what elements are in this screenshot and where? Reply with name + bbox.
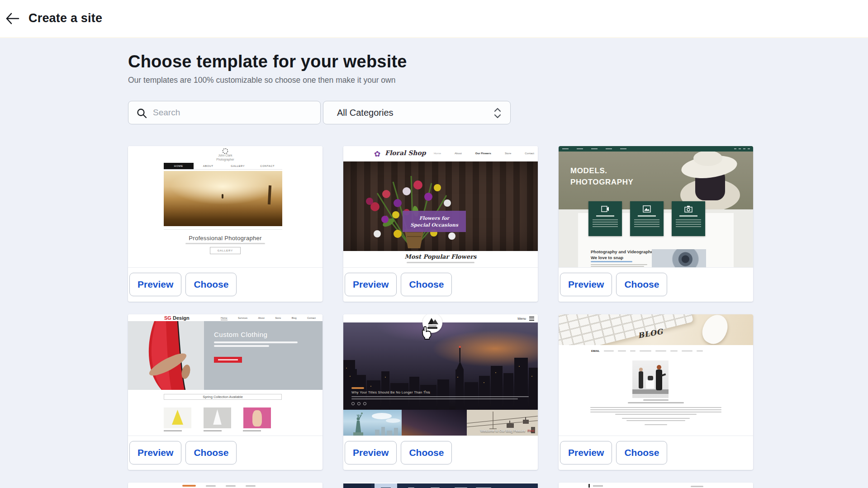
template-thumbnail-photographer[interactable]: John Clark Photographer HOMEABOUTGALLERY… xyxy=(128,146,323,267)
template-card-partial-1 xyxy=(128,483,323,488)
mini-red-button xyxy=(214,357,242,363)
hamburger-menu-icon xyxy=(529,317,534,322)
carousel-dots xyxy=(351,402,366,405)
keyboard-hero: BLOG xyxy=(559,314,753,345)
keyboard-illustration xyxy=(559,314,693,345)
mini-nav: EMAIL xyxy=(591,350,706,352)
page-subtitle: Our templates are 100% customizable so c… xyxy=(128,76,395,85)
template-card-blog: BLOG EMAIL xyxy=(559,314,753,470)
hero-banner: Flowers for Special Occasions xyxy=(403,211,466,232)
choose-button[interactable]: Choose xyxy=(185,441,237,464)
chevron-up-down-icon xyxy=(493,107,502,121)
template-card-travel: Menu xyxy=(343,314,538,470)
mini-nav xyxy=(559,146,753,152)
sepia-field-photo xyxy=(164,171,282,226)
feature-cards xyxy=(588,201,705,236)
camera-icon xyxy=(684,205,693,213)
preview-button[interactable]: Preview xyxy=(129,441,181,464)
preview-button[interactable]: Preview xyxy=(345,273,397,296)
search-box xyxy=(128,101,321,124)
template-thumbnail-partial-3[interactable]: KDC xyxy=(559,483,753,488)
mini-nav: HOMEABOUTGALLERYCONTACT xyxy=(164,163,282,170)
back-arrow-icon xyxy=(5,20,21,27)
models-hero: MODELS. PHOTOGRAPHY xyxy=(559,152,753,209)
salon-photo xyxy=(632,360,669,398)
template-thumbnail-blog[interactable]: BLOG EMAIL xyxy=(559,314,753,436)
template-card-partial-2 xyxy=(343,483,538,488)
app-header: Create a site xyxy=(0,0,868,38)
night-sky-thumb xyxy=(402,410,467,436)
choose-button[interactable]: Choose xyxy=(616,441,667,464)
image-icon xyxy=(643,205,651,213)
category-select[interactable]: All Categories xyxy=(323,101,511,124)
template-card-floral: ✿ Floral Shop HomeAboutOur FlowersStoreC… xyxy=(343,146,538,302)
mouse-pointer-cursor-icon xyxy=(420,326,432,341)
mini-nav: HomeServicesAboutStoreBlogContact xyxy=(221,317,316,320)
template-thumbnail-floral[interactable]: ✿ Floral Shop HomeAboutOur FlowersStoreC… xyxy=(343,146,538,267)
mini-nav xyxy=(182,485,256,487)
page-title: Choose template for your website xyxy=(128,52,407,71)
category-selected-value: All Categories xyxy=(337,108,394,118)
back-button[interactable] xyxy=(3,11,23,27)
preview-button[interactable]: Preview xyxy=(129,273,181,296)
video-icon xyxy=(601,205,609,213)
statue-of-liberty-thumb xyxy=(343,410,402,436)
template-card-photographer: John Clark Photographer HOMEABOUTGALLERY… xyxy=(128,146,323,302)
city-night-hero: Why Your Titles Should Be No Longer Than… xyxy=(343,322,538,410)
template-thumbnail-models[interactable]: MODELS. PHOTOGRAPHY xyxy=(559,146,753,267)
search-input[interactable] xyxy=(153,101,316,124)
makeup-photo xyxy=(652,249,706,267)
template-card-fashion: SG Design HomeServicesAboutStoreBlogCont… xyxy=(128,314,323,470)
flower-logo-icon: ✿ xyxy=(374,149,380,159)
choose-button[interactable]: Choose xyxy=(616,273,667,296)
template-card-models: MODELS. PHOTOGRAPHY xyxy=(559,146,753,302)
product-thumbnails xyxy=(164,407,271,428)
template-thumbnail-partial-1[interactable] xyxy=(128,483,323,488)
preview-button[interactable]: Preview xyxy=(560,273,612,296)
mini-gallery-button: GALLERY xyxy=(210,247,241,254)
template-thumbnail-partial-2[interactable] xyxy=(343,483,538,488)
post-thumbnails: Welcome to Our Blog FeatureFirst xyxy=(343,410,538,436)
preview-button[interactable]: Preview xyxy=(345,441,397,464)
tulip-hero-photo xyxy=(343,161,538,251)
template-thumbnail-travel[interactable]: Menu xyxy=(343,314,538,436)
woman-hat-illustration xyxy=(663,152,753,209)
preview-button[interactable]: Preview xyxy=(560,441,612,464)
choose-button[interactable]: Choose xyxy=(401,273,452,296)
template-thumbnail-fashion[interactable]: SG Design HomeServicesAboutStoreBlogCont… xyxy=(128,314,323,436)
template-card-partial-3: KDC xyxy=(559,483,753,488)
mouse-illustration xyxy=(698,314,732,345)
template-grid: John Clark Photographer HOMEABOUTGALLERY… xyxy=(128,146,753,488)
mini-nav xyxy=(343,483,538,488)
page-header-title: Create a site xyxy=(28,11,102,25)
choose-button[interactable]: Choose xyxy=(401,441,452,464)
mini-nav: HomeAboutOur FlowersStoreContact xyxy=(434,152,534,155)
choose-button[interactable]: Choose xyxy=(185,273,237,296)
search-icon xyxy=(136,108,147,121)
